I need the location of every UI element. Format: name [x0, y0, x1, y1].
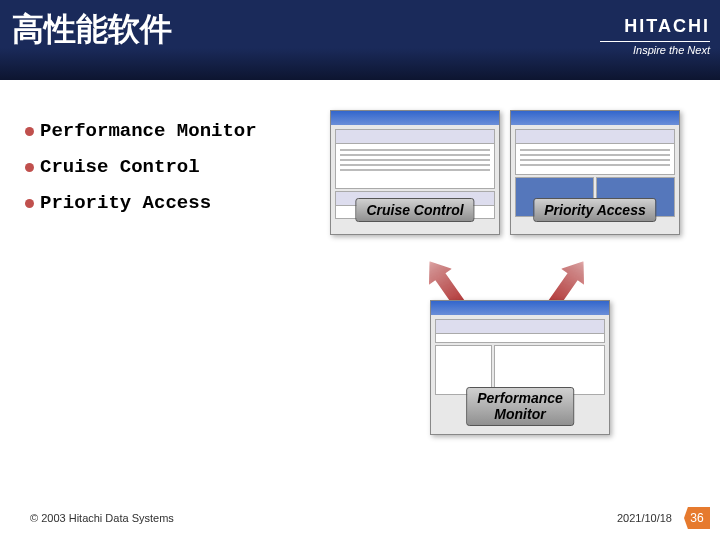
brand-logo: HITACHI Inspire the Next [600, 16, 710, 56]
thumb-titlebar [331, 111, 499, 125]
bullet-text: Cruise Control [40, 156, 200, 178]
bullet-list: Performance Monitor Cruise Control Prior… [25, 120, 257, 228]
slide-footer: © 2003 Hitachi Data Systems 2021/10/18 3… [0, 506, 720, 530]
bullet-item: Cruise Control [25, 156, 257, 178]
thumb-priority-access: Priority Access [510, 110, 680, 235]
footer-date: 2021/10/18 [617, 512, 672, 524]
thumb-label-line1: Performance [477, 390, 563, 406]
slide-header: 高性能软件 HITACHI Inspire the Next [0, 0, 720, 80]
bullet-item: Performance Monitor [25, 120, 257, 142]
thumb-label: Priority Access [533, 198, 656, 222]
thumb-label: Performance Monitor [466, 387, 574, 426]
page-number: 36 [684, 507, 710, 529]
thumb-label-line2: Monitor [494, 406, 545, 422]
logo-divider [600, 41, 710, 42]
bullet-dot-icon [25, 199, 34, 208]
thumb-cruise-control: Cruise Control [330, 110, 500, 235]
bullet-text: Performance Monitor [40, 120, 257, 142]
thumb-titlebar [431, 301, 609, 315]
slide-title: 高性能软件 [12, 8, 172, 52]
bullet-dot-icon [25, 127, 34, 136]
logo-tagline: Inspire the Next [600, 44, 710, 56]
thumb-titlebar [511, 111, 679, 125]
copyright-text: © 2003 Hitachi Data Systems [30, 512, 174, 524]
bullet-text: Priority Access [40, 192, 211, 214]
bullet-dot-icon [25, 163, 34, 172]
screenshot-group: Cruise Control Priority Access [330, 110, 700, 235]
bullet-item: Priority Access [25, 192, 257, 214]
thumb-label: Cruise Control [355, 198, 474, 222]
logo-text: HITACHI [600, 16, 710, 37]
thumb-performance-monitor: Performance Monitor [430, 300, 610, 435]
